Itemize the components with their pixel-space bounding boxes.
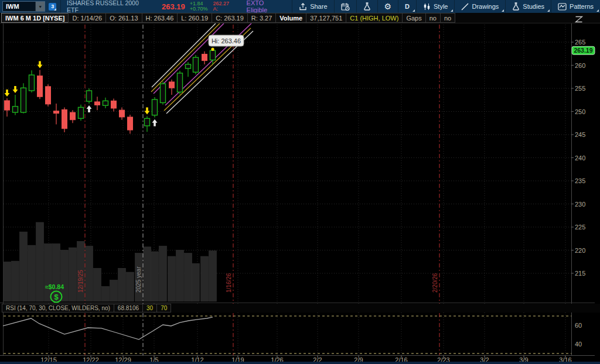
rsi-value: 68.8106 bbox=[114, 304, 143, 313]
studies-button[interactable]: Studies bbox=[505, 0, 551, 13]
timeframe-button[interactable]: D bbox=[398, 0, 416, 13]
volume-bar bbox=[144, 247, 151, 301]
alerts-button[interactable] bbox=[334, 0, 356, 13]
collapse-axis-icon[interactable] bbox=[575, 15, 583, 25]
volume-bar bbox=[192, 263, 200, 301]
symbol-dropdown-icon[interactable]: ▼ bbox=[35, 2, 45, 11]
symbol-input[interactable]: IWM ▼ bbox=[2, 1, 45, 12]
volume-bar bbox=[45, 243, 52, 301]
svg-text:≈$0.84: ≈$0.84 bbox=[45, 283, 64, 290]
rsi-tick-label: 40 bbox=[575, 341, 582, 348]
volume-bar bbox=[118, 268, 126, 301]
style-label: Style bbox=[434, 3, 448, 10]
patterns-button[interactable]: Patterns bbox=[551, 0, 600, 13]
flask-icon bbox=[363, 2, 371, 11]
svg-text:Hi: 263.46: Hi: 263.46 bbox=[212, 37, 241, 44]
drawings-label: Drawings bbox=[472, 3, 499, 10]
volume-bar bbox=[69, 248, 77, 301]
divider bbox=[60, 0, 61, 13]
rsi-oversold-setting[interactable]: 30 bbox=[142, 304, 157, 313]
rsi-pane: 6040 bbox=[3, 316, 582, 353]
volume-bars bbox=[4, 222, 217, 301]
sell-signal-arrow-icon bbox=[38, 61, 43, 68]
candle bbox=[70, 110, 76, 123]
gaps-toggle-2[interactable]: no bbox=[440, 13, 455, 23]
candle bbox=[152, 97, 158, 126]
svg-text:263.19: 263.19 bbox=[574, 47, 592, 54]
candle bbox=[5, 90, 10, 116]
share-icon bbox=[299, 3, 307, 11]
candle bbox=[111, 98, 117, 111]
volume-bar bbox=[159, 246, 167, 302]
volume-bar bbox=[209, 251, 217, 301]
price-tick-label: 250 bbox=[575, 108, 585, 115]
price-tick-label: 265 bbox=[575, 39, 585, 46]
volume-bar bbox=[61, 250, 69, 301]
style-button[interactable]: Style bbox=[416, 0, 454, 13]
candle bbox=[79, 105, 84, 121]
event-line-label: 12/19/25 bbox=[77, 270, 84, 293]
volume-bar bbox=[4, 262, 11, 302]
linked-charts-badge[interactable]: 3 bbox=[49, 3, 56, 11]
volume-bar bbox=[110, 280, 118, 301]
gear-icon: ⚙ bbox=[384, 2, 392, 11]
gaps-toggle-1[interactable]: no bbox=[425, 13, 441, 23]
high-marker-dot bbox=[211, 48, 214, 51]
candle bbox=[186, 62, 191, 77]
volume-bar bbox=[86, 246, 93, 302]
volume-bar bbox=[168, 256, 176, 301]
candle bbox=[120, 107, 125, 119]
event-line-label: 1/16/26 bbox=[226, 273, 232, 293]
trendline-icon bbox=[461, 3, 469, 11]
drawings-button[interactable]: Drawings bbox=[454, 0, 505, 13]
ohlc-close: C: 263.19 bbox=[212, 13, 248, 23]
timeframe-label: D bbox=[405, 3, 410, 10]
share-button[interactable]: Share bbox=[292, 0, 333, 13]
candle bbox=[21, 83, 26, 113]
rsi-line bbox=[3, 317, 213, 339]
volume-bar bbox=[151, 252, 159, 301]
candle bbox=[103, 98, 108, 108]
volume-bar bbox=[201, 256, 209, 301]
event-line-label: 2025 year bbox=[135, 266, 142, 293]
gaps-label: Gaps bbox=[402, 13, 425, 23]
price-tick-label: 255 bbox=[575, 85, 585, 92]
volume-bar bbox=[102, 286, 110, 301]
symbol-description: ISHARES RUSSELL 2000 ETF bbox=[67, 0, 151, 13]
rsi-study-label: RSI (14, 70, 30, CLOSE, WILDERS, no) bbox=[2, 304, 114, 313]
analysis-tools-button[interactable] bbox=[356, 0, 377, 13]
ohlc-header-row: IWM 6 M 1D [NYSE] D: 1/14/26 O: 261.13 H… bbox=[0, 13, 600, 23]
candle bbox=[54, 104, 59, 125]
sell-signal-arrow-icon bbox=[5, 90, 10, 97]
horizontal-scrollbar[interactable] bbox=[0, 362, 600, 364]
price-tick-label: 245 bbox=[575, 131, 585, 138]
share-label: Share bbox=[310, 3, 327, 10]
candle bbox=[29, 70, 35, 92]
ohlc-high: H: 263.46 bbox=[142, 13, 178, 23]
rsi-overbought-setting[interactable]: 70 bbox=[156, 304, 171, 313]
patterns-label: Patterns bbox=[570, 3, 594, 10]
candle bbox=[128, 115, 133, 133]
volume-bar bbox=[36, 222, 44, 301]
candle bbox=[169, 80, 175, 95]
patterns-icon bbox=[558, 3, 567, 11]
volume-bar bbox=[20, 232, 28, 301]
price-tick-label: 225 bbox=[575, 224, 585, 231]
change-stack: +1.84 +0.70% bbox=[190, 1, 208, 12]
exto-eligible-label: EXTO Eligible bbox=[247, 0, 287, 13]
settings-button[interactable]: ⚙ bbox=[377, 0, 398, 13]
event-line-label: 2/20/26 bbox=[432, 273, 438, 293]
candle bbox=[95, 97, 100, 110]
symbol-value[interactable]: IWM bbox=[3, 3, 35, 10]
ohlc-date: D: 1/14/26 bbox=[68, 13, 106, 23]
thinkorswim-chart-window: { "toolbar": { "symbol": "IWM", "linked_… bbox=[0, 0, 600, 364]
studies-label: Studies bbox=[523, 3, 544, 10]
ohlc-range: R: 3.27 bbox=[247, 13, 276, 23]
trend-line[interactable] bbox=[151, 23, 220, 92]
volume-bar bbox=[176, 250, 184, 301]
price-axis[interactable]: 265260255250245240235230225220215263.19 bbox=[571, 39, 595, 277]
volume-bar bbox=[127, 272, 134, 301]
volume-value: 37,127,751 bbox=[306, 13, 346, 23]
price-tick-label: 220 bbox=[575, 247, 585, 254]
candle bbox=[178, 71, 183, 94]
